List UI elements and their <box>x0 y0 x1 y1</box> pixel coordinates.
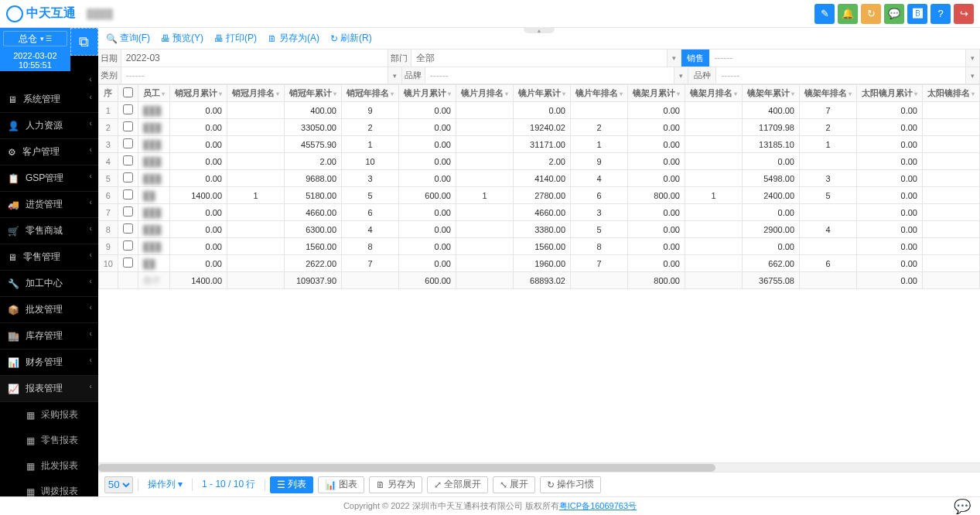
refresh-button[interactable]: ↻ <box>861 4 881 24</box>
sort-icon[interactable]: ▾ <box>276 90 279 97</box>
saveas-footer-button[interactable]: 🗎另存为 <box>369 476 422 493</box>
sidebar-sub-1[interactable]: ▦零售报表 <box>0 428 98 453</box>
filter-brand-input[interactable]: ------ <box>425 67 675 84</box>
bluetooth-button[interactable]: 🅱 <box>907 4 927 24</box>
table-row[interactable]: 6██1400.0015180.005600.0012780.006800.00… <box>98 187 979 204</box>
sidebar-item-7[interactable]: 🔧加工中心‹ <box>0 271 98 297</box>
sidebar-item-10[interactable]: 📊财务管理‹ <box>0 350 98 376</box>
print-button[interactable]: 🖶打印(P) <box>214 32 257 45</box>
col-header[interactable]: 镜架月累计▾ <box>628 85 685 102</box>
col-header[interactable]: 太阳镜月累计▾ <box>857 85 923 102</box>
table-row[interactable]: 5███0.009688.0030.004140.0040.005498.003… <box>98 170 979 187</box>
sort-icon[interactable]: ▾ <box>219 90 222 97</box>
sort-icon[interactable]: ▾ <box>914 90 917 97</box>
row-checkbox[interactable] <box>123 172 133 182</box>
col-header[interactable]: 销冠年排名▾ <box>342 85 399 102</box>
row-checkbox[interactable] <box>123 258 133 268</box>
sort-icon[interactable]: ▾ <box>971 90 975 97</box>
filter-brand-dropdown[interactable]: ▾ <box>674 67 688 84</box>
pagesize-select[interactable]: 50 <box>104 476 133 493</box>
select-all-checkbox[interactable] <box>123 87 133 97</box>
row-checkbox[interactable] <box>123 155 133 165</box>
sort-icon[interactable]: ▾ <box>505 90 508 97</box>
sidebar-item-11[interactable]: 📈报表管理‹ <box>0 376 98 402</box>
wechat-button[interactable]: 💬 <box>884 4 904 24</box>
chat-icon[interactable]: 💬 <box>954 498 971 515</box>
table-scroll[interactable]: 序员工▾销冠月累计▾销冠月排名▾销冠年累计▾销冠年排名▾镜片月累计▾镜片月排名▾… <box>98 84 980 462</box>
sidebar-sub-2[interactable]: ▦批发报表 <box>0 453 98 479</box>
filter-sale-input[interactable]: ------ <box>709 49 966 67</box>
sort-icon[interactable]: ▾ <box>391 90 394 97</box>
filter-dept-dropdown[interactable]: ▾ <box>668 49 681 67</box>
expand-all-button[interactable]: ⤢全部展开 <box>427 476 488 493</box>
col-header[interactable]: 太阳镜排名▾ <box>923 85 980 102</box>
row-checkbox[interactable] <box>123 223 133 234</box>
panel-collapse-icon[interactable]: ▴ <box>524 27 555 33</box>
row-checkbox[interactable] <box>123 121 133 131</box>
sort-icon[interactable]: ▾ <box>734 90 737 97</box>
sort-icon[interactable]: ▾ <box>791 90 794 97</box>
sort-icon[interactable]: ▾ <box>562 90 565 97</box>
col-header[interactable]: 镜片月排名▾ <box>456 85 514 102</box>
col-header[interactable]: 员工▾ <box>138 85 170 102</box>
help-button[interactable]: ? <box>930 4 951 24</box>
sidebar-collapse[interactable]: ‹ <box>0 71 98 87</box>
table-row[interactable]: 10██0.002622.0070.001960.0070.00662.0060… <box>98 255 979 272</box>
sidebar-item-5[interactable]: 🛒零售商城‹ <box>0 218 98 244</box>
filter-date-input[interactable]: 2022-03 <box>121 49 388 67</box>
sort-icon[interactable]: ▾ <box>677 90 680 97</box>
sidebar-item-9[interactable]: 🏬库存管理‹ <box>0 323 98 350</box>
refresh-tool-button[interactable]: ↻刷新(R) <box>330 32 372 45</box>
list-view-button[interactable]: ☰列表 <box>270 476 313 493</box>
edit-button[interactable]: ✎ <box>814 4 835 24</box>
table-row[interactable]: 7███0.004660.0060.004660.0030.000.000.00 <box>98 204 979 221</box>
col-header[interactable]: 镜架年排名▾ <box>800 85 857 102</box>
sidebar-item-0[interactable]: 🖥系统管理‹ <box>0 87 98 113</box>
table-row[interactable]: 4███0.002.00100.002.0090.000.000.00 <box>98 153 979 170</box>
filter-kind-input[interactable]: ------ <box>716 67 966 84</box>
filter-sale-button[interactable]: 销售 <box>681 49 709 67</box>
table-row[interactable]: 2███0.0033050.0020.0019240.0220.0011709.… <box>98 119 979 136</box>
chart-view-button[interactable]: 📊图表 <box>318 476 364 493</box>
horizontal-scrollbar[interactable] <box>98 462 980 472</box>
notifications-button[interactable]: 🔔 <box>838 4 858 24</box>
table-row[interactable]: 3███0.0045575.9010.0031171.0010.0013185.… <box>98 136 979 153</box>
scan-icon[interactable]: ⧉ <box>70 28 98 56</box>
col-header[interactable] <box>118 85 138 102</box>
filter-type-input[interactable]: ------ <box>121 67 388 84</box>
habit-button[interactable]: ↻操作习惯 <box>540 476 601 493</box>
ops-column-button[interactable]: 操作列 ▾ <box>143 478 187 491</box>
org-selector[interactable]: 总仓 ▾ ☰ <box>3 31 67 46</box>
preview-button[interactable]: 🖶预览(Y) <box>161 32 203 45</box>
sidebar-item-1[interactable]: 👤人力资源‹ <box>0 113 98 139</box>
col-header[interactable]: 镜架年累计▾ <box>743 85 800 102</box>
table-row[interactable]: 9███0.001560.0080.001560.0080.000.000.00 <box>98 238 979 255</box>
col-header[interactable]: 镜片年排名▾ <box>571 85 628 102</box>
filter-type-dropdown[interactable]: ▾ <box>388 67 402 84</box>
col-header[interactable]: 销冠月累计▾ <box>170 85 227 102</box>
logout-button[interactable]: ↪ <box>954 4 974 24</box>
saveas-button[interactable]: 🗎另存为(A) <box>268 32 319 45</box>
icp-link[interactable]: 粤ICP备16069763号 <box>559 500 637 512</box>
col-header[interactable]: 销冠月排名▾ <box>227 85 285 102</box>
sort-icon[interactable]: ▾ <box>620 90 623 97</box>
col-header[interactable]: 镜片年累计▾ <box>514 85 571 102</box>
sort-icon[interactable]: ▾ <box>849 90 852 97</box>
sidebar-item-6[interactable]: 🖥零售管理‹ <box>0 244 98 271</box>
row-checkbox[interactable] <box>123 138 133 148</box>
filter-dept-input[interactable]: 全部 <box>411 49 668 67</box>
filter-kind-dropdown[interactable]: ▾ <box>966 67 980 84</box>
sidebar-sub-0[interactable]: ▦采购报表 <box>0 402 98 428</box>
col-header[interactable]: 销冠年累计▾ <box>285 85 342 102</box>
sidebar-item-2[interactable]: ⚙客户管理‹ <box>0 139 98 165</box>
sort-icon[interactable]: ▾ <box>333 90 336 97</box>
table-row[interactable]: 1███0.00400.0090.000.000.00400.0070.00 <box>98 102 979 119</box>
row-checkbox[interactable] <box>123 206 133 217</box>
row-checkbox[interactable] <box>123 189 133 200</box>
sidebar-item-8[interactable]: 📦批发管理‹ <box>0 297 98 323</box>
sort-icon[interactable]: ▾ <box>448 90 451 97</box>
query-button[interactable]: 🔍查询(F) <box>106 32 150 45</box>
sidebar-item-3[interactable]: 📋GSP管理‹ <box>0 165 98 192</box>
row-checkbox[interactable] <box>123 104 133 114</box>
row-checkbox[interactable] <box>123 240 133 251</box>
